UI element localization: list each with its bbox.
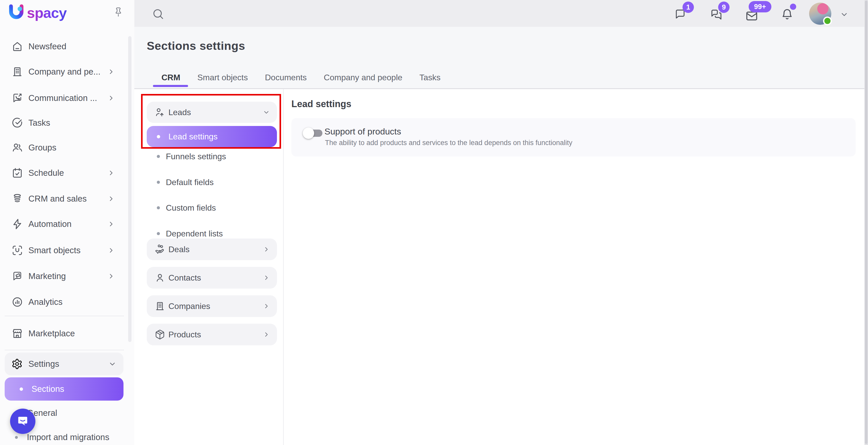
chevron-right-icon xyxy=(262,274,270,282)
chevron-right-icon xyxy=(107,246,115,254)
chevron-down-icon xyxy=(108,360,117,368)
section-heading: Lead settings xyxy=(291,99,351,109)
subnav-group-deals[interactable]: Deals xyxy=(147,239,277,260)
bell-icon[interactable] xyxy=(781,8,794,21)
uspacy-logo-mark xyxy=(7,4,25,22)
funnel-stack-icon xyxy=(11,193,23,205)
sidebar-item-communication[interactable]: Communication ... xyxy=(0,86,134,110)
tab-documents[interactable]: Documents xyxy=(256,70,315,85)
subnav-group-leads[interactable]: Leads xyxy=(147,102,277,123)
megaphone-bubble-icon xyxy=(11,270,23,282)
sidebar: spacy Newsfeed Company and pe... Communi… xyxy=(0,0,134,445)
chart-circle-icon xyxy=(11,296,23,308)
online-status-dot xyxy=(823,16,832,25)
sidebar-item-crm-and-sales[interactable]: CRM and sales xyxy=(0,186,134,211)
subnav-group-products[interactable]: Products xyxy=(147,324,277,345)
app-window: 1 9 99+ spacy xyxy=(0,0,868,445)
users-icon xyxy=(11,142,23,153)
lead-user-arrow-icon xyxy=(154,107,165,118)
bullet-dot xyxy=(157,181,160,184)
sidebar-item-sections-selected[interactable]: Sections xyxy=(5,377,123,401)
communication-icon xyxy=(11,92,23,104)
check-circle-icon xyxy=(11,117,23,129)
chevron-right-icon xyxy=(262,331,270,338)
building-icon xyxy=(154,301,165,312)
lightning-icon xyxy=(11,218,23,230)
mail-badge: 99+ xyxy=(749,1,771,12)
user-icon xyxy=(154,272,165,283)
scan-u-icon xyxy=(11,244,23,256)
tab-tasks[interactable]: Tasks xyxy=(411,70,449,85)
subnav-group-contacts[interactable]: Contacts xyxy=(147,267,277,288)
bell-notification-dot xyxy=(790,4,796,10)
chat-badge: 1 xyxy=(683,2,694,13)
support-of-products-toggle[interactable] xyxy=(303,127,327,139)
chevron-right-icon xyxy=(107,272,115,280)
gear-icon xyxy=(11,358,23,370)
chevron-right-icon xyxy=(107,94,115,102)
brand-name: spacy xyxy=(27,4,67,21)
bullet-dot xyxy=(15,436,18,439)
tab-company-and-people[interactable]: Company and people xyxy=(315,70,411,85)
subnav-item-funnels-settings[interactable]: Funnels settings xyxy=(147,146,277,167)
sidebar-item-settings[interactable]: Settings xyxy=(5,352,123,375)
sidebar-item-marketplace[interactable]: Marketplace xyxy=(0,321,134,346)
building-icon xyxy=(11,66,23,78)
bullet-dot xyxy=(157,232,160,235)
tab-smart-objects[interactable]: Smart objects xyxy=(189,70,256,85)
page-title: Sections settings xyxy=(147,39,245,53)
bullet-dot xyxy=(20,387,23,391)
pin-sidebar-icon[interactable] xyxy=(113,7,124,18)
tab-bar: CRM Smart objects Documents Company and … xyxy=(153,70,449,85)
bullet-dot xyxy=(157,135,160,138)
support-chat-launcher[interactable] xyxy=(10,409,35,434)
subnav-divider xyxy=(283,89,284,445)
chevron-right-icon xyxy=(107,195,115,203)
chevron-down-icon xyxy=(262,108,270,116)
active-tab-indicator xyxy=(153,85,188,87)
sidebar-item-smart-objects[interactable]: Smart objects xyxy=(0,238,134,263)
store-icon xyxy=(11,328,23,339)
toggle-description: The ability to add products and services… xyxy=(325,139,572,147)
sidebar-item-automation[interactable]: Automation xyxy=(0,212,134,236)
chevron-right-icon xyxy=(107,68,115,76)
lead-settings-card xyxy=(291,118,856,157)
search-icon[interactable] xyxy=(152,8,164,20)
sidebar-item-analytics[interactable]: Analytics xyxy=(0,289,134,314)
sidebar-item-tasks[interactable]: Tasks xyxy=(0,110,134,135)
subnav-item-custom-fields[interactable]: Custom fields xyxy=(147,198,277,218)
package-icon xyxy=(154,329,165,340)
sidebar-item-groups[interactable]: Groups xyxy=(0,135,134,160)
subnav-item-default-fields[interactable]: Default fields xyxy=(147,172,277,193)
calendar-check-icon xyxy=(11,167,23,179)
chat-bubble-icon xyxy=(16,415,29,428)
tab-crm[interactable]: CRM xyxy=(153,70,189,85)
sidebar-divider xyxy=(5,350,124,350)
subnav-group-companies[interactable]: Companies xyxy=(147,295,277,317)
hand-coins-icon xyxy=(154,244,165,255)
chevron-right-icon xyxy=(107,220,115,228)
sidebar-item-newsfeed[interactable]: Newsfeed xyxy=(0,34,134,59)
scrollbar-thumb[interactable] xyxy=(865,1,867,444)
sidebar-scrollbar[interactable] xyxy=(128,36,131,342)
chevron-right-icon xyxy=(262,245,270,253)
bullet-dot xyxy=(157,155,160,158)
sidebar-item-schedule[interactable]: Schedule xyxy=(0,161,134,185)
home-icon xyxy=(11,40,23,53)
group-chat-badge: 9 xyxy=(718,2,730,13)
window-scrollbar[interactable] xyxy=(864,0,868,445)
subnav-item-lead-settings-selected[interactable]: Lead settings xyxy=(147,126,277,147)
bullet-dot xyxy=(157,206,160,209)
chevron-right-icon xyxy=(107,169,115,177)
sidebar-divider xyxy=(5,316,124,316)
profile-chevron-down-icon[interactable] xyxy=(840,10,849,19)
chevron-right-icon xyxy=(262,302,270,310)
uspacy-logo[interactable]: spacy xyxy=(7,4,67,22)
toggle-thumb xyxy=(303,128,314,139)
sidebar-item-company-and-people[interactable]: Company and pe... xyxy=(0,59,134,84)
sidebar-item-marketing[interactable]: Marketing xyxy=(0,264,134,288)
toggle-label: Support of products xyxy=(324,127,401,137)
